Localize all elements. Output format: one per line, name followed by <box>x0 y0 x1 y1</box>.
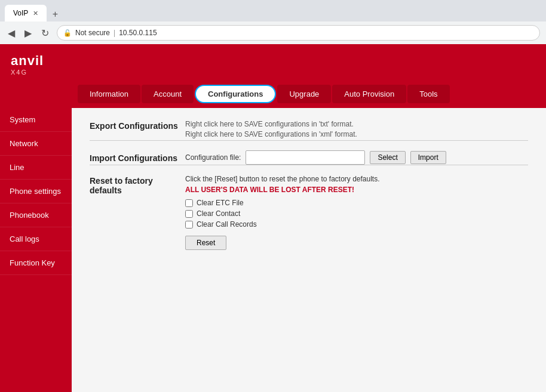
config-file-input[interactable] <box>246 150 365 165</box>
sidebar: System Network Line Phone settings Phone… <box>0 108 72 392</box>
sidebar-item-function-key[interactable]: Function Key <box>0 251 72 275</box>
logo-area: anvil X4G <box>11 53 44 76</box>
forward-button[interactable]: ▶ <box>23 26 33 41</box>
tab-label: VoIP <box>13 9 28 17</box>
sidebar-item-phone-settings[interactable]: Phone settings <box>0 180 72 203</box>
import-button[interactable]: Import <box>410 151 446 164</box>
sidebar-item-phonebook[interactable]: Phonebook <box>0 203 72 227</box>
import-section-title: Import Configurations <box>90 152 185 163</box>
main-layout: System Network Line Phone settings Phone… <box>0 108 546 392</box>
lock-icon: 🔓 <box>63 29 72 37</box>
import-divider <box>90 165 528 165</box>
browser-tab-voip[interactable]: VoIP ✕ <box>5 5 47 21</box>
tab-auto-provision[interactable]: Auto Provision <box>332 85 406 103</box>
sidebar-item-line[interactable]: Line <box>0 156 72 180</box>
tab-configurations[interactable]: Configurations <box>195 85 276 103</box>
tab-tools[interactable]: Tools <box>407 85 449 103</box>
export-xml-link[interactable]: Right click here to SAVE configurations … <box>185 130 357 138</box>
page: anvil X4G Information Account Configurat… <box>0 44 546 392</box>
new-tab-button[interactable]: + <box>48 7 62 21</box>
export-txt-link[interactable]: Right click here to SAVE configurations … <box>185 120 357 128</box>
reset-controls: Click the [Reset] button to reset the ph… <box>185 175 380 250</box>
address-bar[interactable]: 🔓 Not secure | 10.50.0.115 <box>57 25 540 41</box>
refresh-button[interactable]: ↻ <box>39 26 51 41</box>
clear-contact-checkbox[interactable] <box>185 210 193 218</box>
export-links: Right click here to SAVE configurations … <box>185 120 357 140</box>
reset-warning: ALL USER'S DATA WILL BE LOST AFTER RESET… <box>185 186 380 194</box>
tab-information[interactable]: Information <box>78 85 140 103</box>
select-button[interactable]: Select <box>370 151 405 164</box>
sidebar-item-network[interactable]: Network <box>0 132 72 156</box>
clear-call-records-label: Clear Call Records <box>197 220 257 229</box>
tab-bar: VoIP ✕ + <box>5 0 62 21</box>
back-button[interactable]: ◀ <box>6 26 17 41</box>
nav-tabs: Information Account Configurations Upgra… <box>0 85 546 108</box>
clear-etc-label: Clear ETC File <box>197 199 244 207</box>
export-divider <box>90 140 528 141</box>
tab-account[interactable]: Account <box>142 85 194 103</box>
clear-etc-checkbox[interactable] <box>185 199 193 207</box>
export-section-title: Export Configurations <box>90 120 185 131</box>
import-controls: Configuration file: Select Import <box>185 150 446 165</box>
content-area: Export Configurations Right click here t… <box>72 108 546 392</box>
sidebar-item-system[interactable]: System <box>0 108 72 132</box>
tab-close-icon[interactable]: ✕ <box>33 10 38 17</box>
clear-call-records-row: Clear Call Records <box>185 220 380 229</box>
browser-chrome: VoIP ✕ + <box>0 0 546 21</box>
reset-section-title: Reset to factory defaults <box>90 175 185 195</box>
logo-sub: X4G <box>11 69 27 76</box>
separator: | <box>114 29 115 37</box>
reset-button[interactable]: Reset <box>185 236 226 250</box>
export-section: Export Configurations Right click here t… <box>90 120 528 140</box>
not-secure-label: Not secure <box>75 29 110 37</box>
page-header: anvil X4G <box>0 44 546 85</box>
clear-etc-row: Clear ETC File <box>185 199 380 207</box>
file-label: Configuration file: <box>185 153 241 162</box>
sidebar-item-call-logs[interactable]: Call logs <box>0 227 72 251</box>
clear-call-records-checkbox[interactable] <box>185 221 193 229</box>
url-text: 10.50.0.115 <box>119 29 157 37</box>
logo-text: anvil <box>11 53 44 69</box>
clear-contact-label: Clear Contact <box>197 209 240 218</box>
import-section: Import Configurations Configuration file… <box>90 150 528 165</box>
address-bar-row: ◀ ▶ ↻ 🔓 Not secure | 10.50.0.115 <box>0 21 546 44</box>
tab-upgrade[interactable]: Upgrade <box>277 85 331 103</box>
reset-section: Reset to factory defaults Click the [Res… <box>90 175 528 250</box>
clear-contact-row: Clear Contact <box>185 209 380 218</box>
reset-info: Click the [Reset] button to reset the ph… <box>185 175 380 183</box>
